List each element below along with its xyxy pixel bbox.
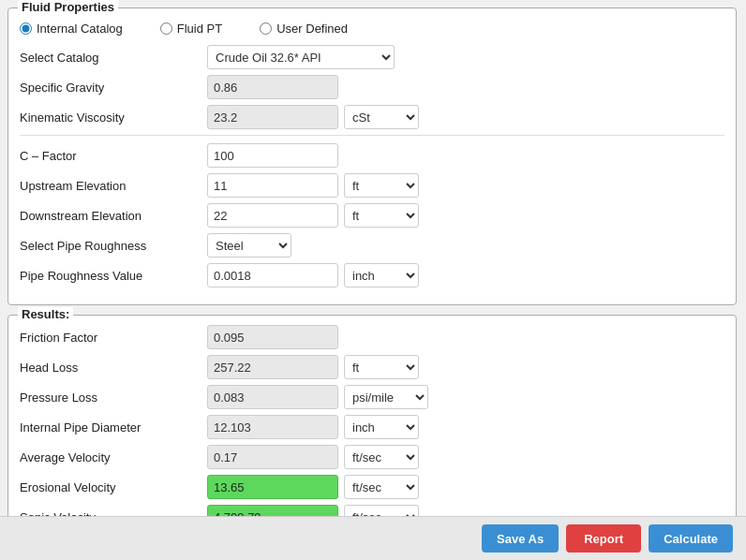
internal-pipe-diameter-unit-dropdown[interactable]: inch mm ft	[344, 415, 419, 439]
calculate-button[interactable]: Calculate	[649, 524, 733, 553]
c-factor-input[interactable]	[207, 143, 338, 168]
pressure-loss-row: Pressure Loss psi/mile kPa/km bar/km	[20, 385, 724, 409]
save-as-button[interactable]: Save As	[482, 524, 559, 553]
fluid-properties-title: Fluid Properties	[18, 0, 118, 14]
select-catalog-dropdown[interactable]: Crude Oil 32.6* API Water Natural Gas	[207, 45, 395, 69]
specific-gravity-label: Specific Gravity	[20, 81, 207, 95]
sonic-velocity-control: ft/sec m/s	[207, 505, 724, 516]
erosional-velocity-row: Erosional Velocity ft/sec m/s	[20, 475, 724, 499]
friction-factor-input	[207, 325, 338, 349]
pipe-roughness-value-row: Pipe Roughness Value inch mm ft	[20, 263, 724, 287]
results-title: Results:	[18, 307, 73, 321]
c-factor-label: C – Factor	[20, 149, 207, 163]
select-catalog-control: Crude Oil 32.6* API Water Natural Gas	[207, 45, 724, 69]
erosional-velocity-input	[207, 475, 338, 499]
average-velocity-row: Average Velocity ft/sec m/s	[20, 445, 724, 469]
footer-bar: Save As Report Calculate	[0, 516, 746, 560]
radio-internal-catalog[interactable]: Internal Catalog	[20, 22, 123, 36]
pressure-loss-input	[207, 385, 338, 409]
pipe-roughness-value-control: inch mm ft	[207, 263, 724, 287]
upstream-elevation-label: Upstream Elevation	[20, 179, 207, 193]
downstream-elevation-control: ft m	[207, 203, 724, 228]
sonic-velocity-label: Sonic Velocity	[20, 510, 207, 517]
erosional-velocity-unit-dropdown[interactable]: ft/sec m/s	[344, 475, 419, 499]
radio-fluid-pt[interactable]: Fluid PT	[160, 22, 222, 36]
kinematic-viscosity-control: cSt cP SSU	[207, 105, 724, 129]
upstream-elevation-row: Upstream Elevation ft m	[20, 173, 724, 198]
select-catalog-row: Select Catalog Crude Oil 32.6* API Water…	[20, 45, 724, 69]
internal-pipe-diameter-input	[207, 415, 338, 439]
sonic-velocity-unit-dropdown[interactable]: ft/sec m/s	[344, 505, 419, 516]
upstream-elevation-control: ft m	[207, 173, 724, 198]
average-velocity-input	[207, 445, 338, 469]
head-loss-control: ft m	[207, 355, 724, 379]
upstream-elevation-unit-dropdown[interactable]: ft m	[344, 173, 419, 198]
average-velocity-control: ft/sec m/s	[207, 445, 724, 469]
erosional-velocity-control: ft/sec m/s	[207, 475, 724, 499]
kinematic-viscosity-label: Kinematic Viscosity	[20, 111, 207, 125]
select-pipe-roughness-dropdown[interactable]: Steel Cast Iron Concrete PVC	[207, 233, 291, 258]
downstream-elevation-input[interactable]	[207, 203, 338, 228]
fluid-source-radio-group: Internal Catalog Fluid PT User Defined	[20, 22, 724, 36]
friction-factor-control	[207, 325, 724, 349]
downstream-elevation-label: Downstream Elevation	[20, 209, 207, 223]
results-section: Results: Friction Factor Head Loss ft m …	[7, 315, 737, 516]
head-loss-label: Head Loss	[20, 361, 207, 375]
c-factor-row: C – Factor	[20, 143, 724, 168]
downstream-elevation-unit-dropdown[interactable]: ft m	[344, 203, 419, 228]
kinematic-viscosity-input[interactable]	[207, 105, 338, 129]
select-catalog-label: Select Catalog	[20, 51, 207, 65]
internal-pipe-diameter-control: inch mm ft	[207, 415, 724, 439]
specific-gravity-row: Specific Gravity	[20, 75, 724, 99]
internal-pipe-diameter-row: Internal Pipe Diameter inch mm ft	[20, 415, 724, 439]
head-loss-unit-dropdown[interactable]: ft m	[344, 355, 419, 379]
pressure-loss-unit-dropdown[interactable]: psi/mile kPa/km bar/km	[344, 385, 428, 409]
downstream-elevation-row: Downstream Elevation ft m	[20, 203, 724, 228]
specific-gravity-input[interactable]	[207, 75, 338, 99]
upstream-elevation-input[interactable]	[207, 173, 338, 198]
pipe-roughness-value-input[interactable]	[207, 263, 338, 287]
erosional-velocity-label: Erosional Velocity	[20, 480, 207, 494]
friction-factor-row: Friction Factor	[20, 325, 724, 349]
head-loss-input	[207, 355, 338, 379]
internal-pipe-diameter-label: Internal Pipe Diameter	[20, 420, 207, 435]
sonic-velocity-input	[207, 505, 338, 516]
sonic-velocity-row: Sonic Velocity ft/sec m/s	[20, 505, 724, 516]
report-button[interactable]: Report	[566, 524, 641, 553]
divider-1	[20, 135, 724, 136]
kinematic-viscosity-unit-dropdown[interactable]: cSt cP SSU	[344, 105, 419, 129]
select-pipe-roughness-control: Steel Cast Iron Concrete PVC	[207, 233, 724, 258]
c-factor-control	[207, 143, 724, 168]
pressure-loss-control: psi/mile kPa/km bar/km	[207, 385, 724, 409]
friction-factor-label: Friction Factor	[20, 331, 207, 345]
select-pipe-roughness-label: Select Pipe Roughness	[20, 239, 207, 253]
average-velocity-unit-dropdown[interactable]: ft/sec m/s	[344, 445, 419, 469]
fluid-properties-section: Fluid Properties Internal Catalog Fluid …	[7, 7, 737, 305]
select-pipe-roughness-row: Select Pipe Roughness Steel Cast Iron Co…	[20, 233, 724, 258]
pressure-loss-label: Pressure Loss	[20, 391, 207, 405]
head-loss-row: Head Loss ft m	[20, 355, 724, 379]
pipe-roughness-unit-dropdown[interactable]: inch mm ft	[344, 263, 419, 287]
average-velocity-label: Average Velocity	[20, 450, 207, 464]
kinematic-viscosity-row: Kinematic Viscosity cSt cP SSU	[20, 105, 724, 129]
radio-user-defined[interactable]: User Defined	[260, 22, 348, 36]
specific-gravity-control	[207, 75, 724, 99]
pipe-roughness-value-label: Pipe Roughness Value	[20, 269, 207, 283]
